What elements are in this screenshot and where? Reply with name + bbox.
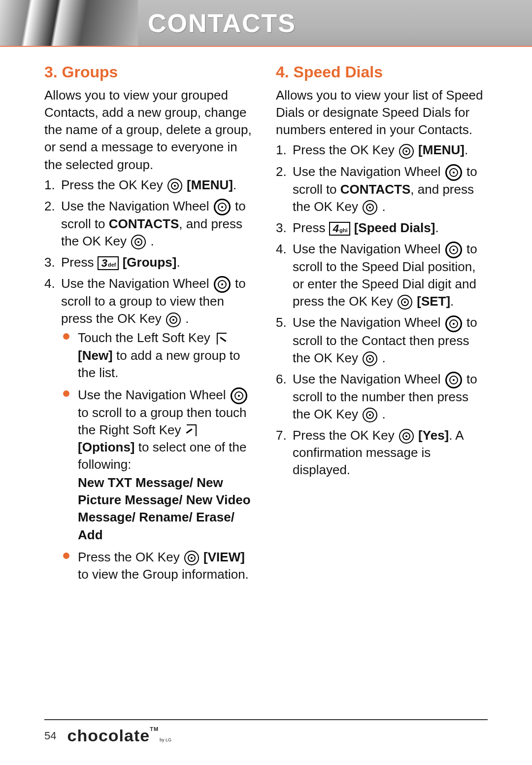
groups-step-2: Use the Navigation Wheel to scroll to CO… bbox=[44, 198, 256, 250]
text: . bbox=[233, 177, 236, 192]
groups-steps: Press the OK Key [MENU]. Use the Navigat… bbox=[44, 176, 256, 583]
ok-key-icon bbox=[184, 551, 199, 565]
ok-key-icon bbox=[399, 429, 414, 444]
groups-bullet-3: Press the OK Key [VIEW] to view the Grou… bbox=[61, 549, 256, 583]
label: [SET] bbox=[417, 294, 450, 309]
nav-wheel-icon bbox=[445, 315, 462, 332]
text: Touch the Left Soft Key bbox=[78, 330, 214, 345]
ok-key-icon bbox=[399, 144, 414, 159]
key-letters: def bbox=[108, 262, 116, 268]
page-header: CONTACTS bbox=[0, 0, 532, 47]
text: . bbox=[150, 234, 154, 248]
label: [New] bbox=[78, 348, 113, 363]
groups-step-4: Use the Navigation Wheel to scroll to a … bbox=[44, 275, 256, 583]
text: Press bbox=[293, 220, 329, 235]
label: [Options] bbox=[78, 440, 135, 454]
text: Use the Navigation Wheel bbox=[293, 242, 444, 256]
text: Use the Navigation Wheel bbox=[61, 199, 213, 213]
section-title-speed-dials: 4. Speed Dials bbox=[276, 62, 488, 83]
ok-key-icon bbox=[363, 351, 377, 366]
right-column: 4. Speed Dials Allows you to view your l… bbox=[276, 62, 488, 588]
label: [Groups] bbox=[123, 255, 177, 270]
ok-key-icon bbox=[363, 200, 377, 215]
key-num: 3 bbox=[101, 258, 107, 269]
brand-name: chocolate bbox=[67, 726, 150, 745]
text: . bbox=[382, 199, 385, 214]
text: Use the Navigation Wheel bbox=[293, 372, 444, 386]
label: [MENU] bbox=[418, 142, 465, 157]
keypad-4-icon: 4ghi bbox=[329, 222, 351, 236]
text: . bbox=[465, 142, 468, 157]
ok-key-icon bbox=[131, 235, 146, 249]
label: CONTACTS bbox=[340, 182, 411, 197]
speed-step-4: Use the Navigation Wheel to scroll to th… bbox=[276, 241, 488, 310]
header-photo bbox=[0, 0, 138, 46]
speed-step-3: Press 4ghi [Speed Dials]. bbox=[276, 219, 488, 237]
nav-wheel-icon bbox=[445, 372, 462, 388]
bullet-icon bbox=[63, 390, 69, 397]
left-soft-key-icon bbox=[215, 332, 228, 347]
text: . bbox=[450, 294, 454, 309]
text: Press the OK Key bbox=[293, 142, 398, 157]
left-column: 3. Groups Allows you to view your groupe… bbox=[44, 62, 256, 588]
groups-bullet-2: Use the Navigation Wheel to scroll to a … bbox=[61, 386, 256, 544]
brand-by: by LG bbox=[160, 737, 171, 742]
brand-tm: TM bbox=[150, 726, 159, 732]
groups-sublist: Touch the Left Soft Key [New] to add a n… bbox=[61, 329, 256, 583]
label: [MENU] bbox=[187, 177, 233, 192]
brand-logo: chocolateTMby LG bbox=[67, 726, 171, 745]
text: Press bbox=[61, 255, 98, 270]
nav-wheel-icon bbox=[214, 199, 231, 215]
speed-step-5: Use the Navigation Wheel to scroll to th… bbox=[276, 314, 488, 366]
page-title: CONTACTS bbox=[148, 8, 296, 38]
groups-step-1: Press the OK Key [MENU]. bbox=[44, 176, 256, 194]
page-footer: 54 chocolateTMby LG bbox=[44, 719, 488, 745]
groups-step-3: Press 3def [Groups]. bbox=[44, 254, 256, 271]
text: Use the Navigation Wheel bbox=[293, 164, 444, 179]
page-number: 54 bbox=[44, 730, 56, 742]
ok-key-icon bbox=[167, 178, 182, 193]
nav-wheel-icon bbox=[445, 164, 462, 181]
text: to view the Group information. bbox=[78, 567, 249, 582]
text: Press the OK Key bbox=[61, 177, 166, 192]
speed-step-6: Use the Navigation Wheel to scroll to th… bbox=[276, 371, 488, 423]
bullet-icon bbox=[63, 333, 69, 340]
options-list: New TXT Message/ New Picture Message/ Ne… bbox=[78, 474, 256, 543]
content-area: 3. Groups Allows you to view your groupe… bbox=[0, 47, 532, 588]
speed-step-1: Press the OK Key [MENU]. bbox=[276, 141, 488, 159]
key-letters: ghi bbox=[339, 228, 348, 233]
ok-key-icon bbox=[398, 295, 412, 310]
text: . bbox=[185, 311, 189, 326]
ok-key-icon bbox=[166, 313, 181, 327]
groups-bullet-1: Touch the Left Soft Key [New] to add a n… bbox=[61, 329, 256, 381]
text: Press the OK Key bbox=[293, 428, 398, 443]
label: [VIEW] bbox=[203, 550, 245, 564]
key-num: 4 bbox=[333, 223, 339, 234]
text: Use the Navigation Wheel bbox=[61, 276, 213, 291]
keypad-3-icon: 3def bbox=[98, 256, 119, 270]
text: . bbox=[382, 407, 385, 421]
right-soft-key-icon bbox=[186, 423, 199, 438]
speed-step-7: Press the OK Key [Yes]. A confirmation m… bbox=[276, 427, 488, 479]
text: Press the OK Key bbox=[78, 550, 183, 564]
label: CONTACTS bbox=[109, 216, 179, 231]
text: to scroll to a group then touch the Righ… bbox=[78, 405, 247, 437]
speed-dials-intro: Allows you to view your list of Speed Di… bbox=[276, 87, 488, 139]
text: Use the Navigation Wheel bbox=[293, 315, 444, 330]
text: . bbox=[382, 350, 385, 365]
label: [Speed Dials] bbox=[354, 220, 435, 235]
label: [Yes] bbox=[418, 428, 449, 443]
text: Use the Navigation Wheel bbox=[78, 387, 230, 402]
speed-dials-steps: Press the OK Key [MENU]. Use the Navigat… bbox=[276, 141, 488, 479]
speed-step-2: Use the Navigation Wheel to scroll to CO… bbox=[276, 163, 488, 215]
groups-intro: Allows you to view your grouped Contacts… bbox=[44, 87, 256, 173]
text: . bbox=[435, 220, 438, 235]
nav-wheel-icon bbox=[445, 242, 462, 258]
text: . bbox=[176, 255, 180, 270]
nav-wheel-icon bbox=[231, 387, 247, 404]
section-title-groups: 3. Groups bbox=[44, 62, 256, 83]
nav-wheel-icon bbox=[214, 276, 231, 293]
ok-key-icon bbox=[363, 408, 377, 422]
bullet-icon bbox=[63, 553, 69, 559]
